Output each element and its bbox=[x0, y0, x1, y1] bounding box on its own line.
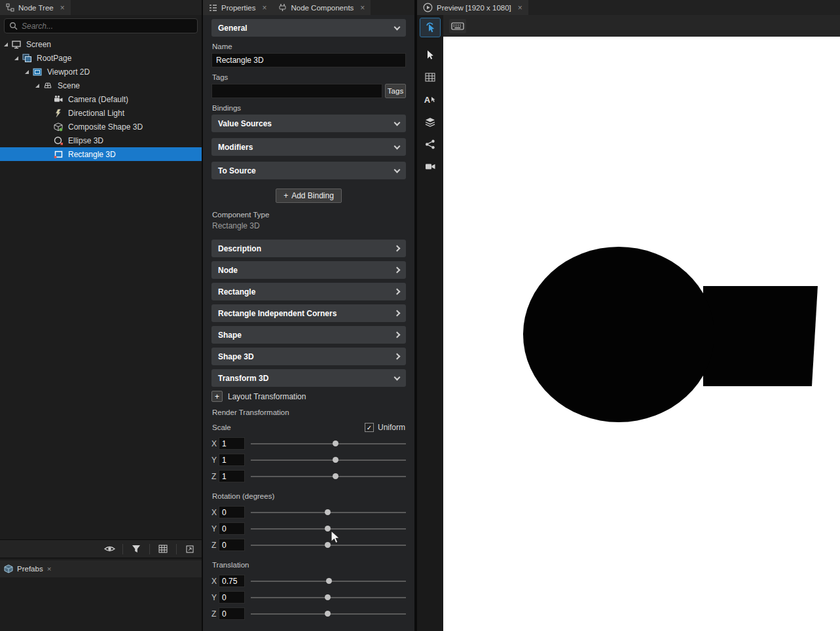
component-type-label: Component Type bbox=[212, 211, 405, 219]
preview-tab[interactable]: Preview [1920 x 1080] × bbox=[417, 0, 528, 15]
node-connections-tool[interactable] bbox=[420, 135, 440, 153]
tree-item-rectangle-3d[interactable]: Rectangle 3D bbox=[0, 147, 202, 161]
tree-item-rootpage[interactable]: RootPage bbox=[0, 51, 202, 65]
section-rectangle[interactable]: Rectangle bbox=[211, 283, 406, 300]
section-modifiers-label: Modifiers bbox=[218, 143, 253, 152]
tags-input[interactable] bbox=[211, 84, 382, 98]
slider-thumb[interactable] bbox=[333, 441, 338, 446]
section-transform-3d[interactable]: Transform 3D bbox=[211, 369, 406, 387]
prefabs-tab-close-icon[interactable]: × bbox=[47, 565, 52, 573]
slider-thumb[interactable] bbox=[333, 473, 338, 479]
add-binding-button[interactable]: + Add Binding bbox=[276, 189, 342, 203]
translation-x-input[interactable] bbox=[219, 575, 245, 587]
node-tree-search[interactable] bbox=[4, 18, 198, 33]
expander-icon[interactable] bbox=[4, 43, 8, 46]
translation-z-input[interactable] bbox=[219, 607, 245, 620]
keyboard-input-tool[interactable] bbox=[449, 19, 466, 33]
rotation-z-slider[interactable] bbox=[251, 540, 406, 550]
slider-thumb[interactable] bbox=[325, 542, 331, 548]
filter-button[interactable] bbox=[128, 543, 144, 556]
scale-z-slider[interactable] bbox=[251, 471, 406, 481]
node-tree-tab[interactable]: Node Tree × bbox=[0, 0, 71, 15]
arrow-pointer-icon bbox=[425, 50, 435, 60]
expander-icon[interactable] bbox=[25, 70, 29, 74]
layers-tool[interactable] bbox=[420, 113, 440, 131]
slider-thumb[interactable] bbox=[326, 578, 332, 584]
grid-overlay-tool[interactable] bbox=[420, 68, 440, 86]
grid-view-button[interactable] bbox=[155, 543, 171, 556]
uniform-checkbox[interactable]: ✓ Uniform bbox=[365, 423, 405, 432]
add-binding-label: Add Binding bbox=[291, 191, 334, 200]
slider-thumb[interactable] bbox=[325, 594, 331, 600]
expander-icon[interactable] bbox=[35, 84, 39, 88]
rotation-x-input[interactable] bbox=[219, 506, 245, 518]
tree-item-viewport-2d[interactable]: Viewport 2D bbox=[0, 65, 202, 79]
select-tool[interactable] bbox=[420, 46, 440, 64]
section-node[interactable]: Node bbox=[211, 261, 406, 279]
tree-item-label: Ellipse 3D bbox=[68, 136, 103, 145]
tree-item-scene[interactable]: Scene bbox=[0, 79, 202, 92]
section-shape-3d[interactable]: Shape 3D bbox=[211, 348, 406, 365]
rotation-y-input[interactable] bbox=[219, 522, 245, 535]
layout-transformation-label: Layout Transformation bbox=[228, 392, 306, 401]
section-value-sources[interactable]: Value Sources bbox=[211, 115, 406, 132]
section-modifiers[interactable]: Modifiers bbox=[211, 138, 406, 156]
scale-x-input[interactable] bbox=[219, 437, 245, 450]
translation-y-slider[interactable] bbox=[251, 592, 406, 602]
preview-tab-close-icon[interactable]: × bbox=[518, 3, 522, 12]
tab-properties[interactable]: Properties × bbox=[203, 0, 272, 15]
scale-z-row: Z bbox=[211, 469, 406, 484]
slider-thumb[interactable] bbox=[333, 457, 338, 463]
scale-x-slider[interactable] bbox=[251, 439, 406, 448]
node-tree-tab-close-icon[interactable]: × bbox=[60, 3, 65, 12]
prefabs-tab[interactable]: Prefabs × bbox=[0, 560, 202, 577]
scale-y-input[interactable] bbox=[219, 454, 245, 466]
tree-item-screen[interactable]: Screen bbox=[0, 37, 202, 51]
text-tool[interactable]: A bbox=[420, 90, 440, 109]
section-to-source[interactable]: To Source bbox=[211, 162, 406, 179]
camera-preview-tool[interactable] bbox=[420, 157, 440, 175]
detach-panel-button[interactable] bbox=[182, 543, 198, 556]
slider-thumb[interactable] bbox=[325, 611, 331, 617]
section-rectangle-independent-corners[interactable]: Rectangle Independent Corners bbox=[211, 304, 406, 322]
translation-y-input[interactable] bbox=[219, 591, 245, 604]
tab-properties-close-icon[interactable]: × bbox=[262, 3, 266, 12]
visibility-eye-button[interactable] bbox=[101, 543, 117, 556]
translation-x-slider[interactable] bbox=[251, 576, 406, 586]
preview-viewport[interactable] bbox=[443, 37, 840, 631]
tab-node-components[interactable]: Node Components × bbox=[272, 0, 371, 15]
tree-item-label: Screen bbox=[26, 40, 51, 49]
slider-thumb[interactable] bbox=[325, 526, 331, 532]
scale-y-slider[interactable] bbox=[251, 455, 406, 465]
section-description[interactable]: Description bbox=[211, 240, 406, 257]
translation-x-row: X bbox=[211, 573, 406, 588]
touch-pointer-icon bbox=[424, 21, 437, 34]
search-input[interactable] bbox=[22, 22, 192, 31]
scale-z-input[interactable] bbox=[219, 470, 245, 482]
node-tree-tab-label: Node Tree bbox=[18, 4, 54, 12]
slider-thumb[interactable] bbox=[325, 509, 331, 515]
tree-item-composite-shape-3d[interactable]: Composite Shape 3D bbox=[0, 120, 202, 134]
expander-icon[interactable] bbox=[14, 56, 18, 60]
preview-tab-label: Preview [1920 x 1080] bbox=[437, 4, 511, 12]
tags-button[interactable]: Tags bbox=[385, 84, 406, 98]
section-shape[interactable]: Shape bbox=[211, 326, 406, 344]
rectangle-icon bbox=[53, 149, 64, 159]
translation-z-slider[interactable] bbox=[251, 609, 406, 619]
name-input[interactable] bbox=[211, 53, 406, 67]
rotation-x-slider[interactable] bbox=[251, 507, 406, 517]
properties-panel: Properties × Node Components × General N… bbox=[203, 0, 414, 631]
tree-item-ellipse-3d[interactable]: Ellipse 3D bbox=[0, 134, 202, 147]
checkbox-icon: ✓ bbox=[365, 423, 374, 432]
section-general[interactable]: General bbox=[211, 19, 406, 37]
tree-item-camera[interactable]: Camera (Default) bbox=[0, 92, 202, 106]
tab-node-components-close-icon[interactable]: × bbox=[360, 3, 365, 12]
axis-label: Y bbox=[211, 524, 219, 533]
touch-interaction-tool[interactable] bbox=[420, 18, 440, 37]
rotation-y-slider[interactable] bbox=[251, 524, 406, 533]
layout-transformation-expand-button[interactable]: + bbox=[211, 391, 223, 402]
camera-icon bbox=[53, 94, 64, 104]
rotation-z-input[interactable] bbox=[219, 539, 245, 551]
tree-item-directional-light[interactable]: Directional Light bbox=[0, 106, 202, 120]
node-tree-toolbar bbox=[0, 539, 202, 558]
